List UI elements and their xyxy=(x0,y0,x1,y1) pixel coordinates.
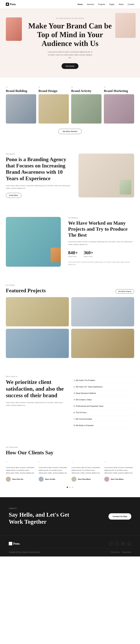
nav-logo[interactable]: Pono. xyxy=(6,3,16,6)
testi-author-1: Shen Phat Jhe xyxy=(6,477,36,482)
service-title-1: Brand Building xyxy=(6,89,36,93)
hero-deco-right xyxy=(115,13,136,38)
who-headline: Pono is a Branding Agency that Focuses o… xyxy=(6,156,73,182)
stat-clients-number: 360+ xyxy=(84,250,93,256)
testi-name-1: Shen Phat Jhe xyxy=(12,478,23,480)
navbar: Pono. Home Services Projects Pages About… xyxy=(0,0,140,9)
nav-projects[interactable]: Projects xyxy=(98,3,105,6)
service-title-3: Brand Activity xyxy=(71,89,101,93)
why-item-1: 1. We Solve The Problem xyxy=(74,377,134,384)
testimonials-grid: " Lorem ipsum dolor sit amet, consectetu… xyxy=(6,461,134,482)
footer-bottom: Copyrights @ Pono. Design by Rocketoy St… xyxy=(9,548,131,553)
who-cta-button[interactable]: Know More xyxy=(6,193,21,198)
service-number-2: 02. xyxy=(39,86,69,88)
testimonials-tag: Our Testimonials xyxy=(6,446,134,448)
testi-author-3: Shen Phat Mhien xyxy=(71,477,101,482)
footer-top: Pono. f t in g xyxy=(9,542,131,546)
testi-name-3: Shen Phat Mhien xyxy=(78,478,91,480)
portfolio-item-3[interactable] xyxy=(6,329,69,358)
testi-quote-2: " xyxy=(39,461,69,465)
why-item-3-label: 3. Deep Research Method xyxy=(74,392,96,394)
portfolio-item-1[interactable] xyxy=(6,297,69,326)
portfolio-header: Our Portfolio Featured Projects See More… xyxy=(6,284,134,294)
why-item-5-label: 5. Professional and Expertise Team xyxy=(74,405,103,407)
who-we-are-section: Why We Are Pono is a Branding Agency tha… xyxy=(0,143,140,208)
who-image xyxy=(78,154,134,198)
testi-card-1: " Lorem ipsum dolor sit amet, consectetu… xyxy=(6,461,36,482)
testimonials-headline: How Our Clients Say xyxy=(6,450,134,456)
testi-author-4: Shen Thar Mhien xyxy=(104,477,134,482)
testimonial-dots xyxy=(6,486,134,488)
footer: Pono. f t in g Copyrights @ Pono. Design… xyxy=(0,536,140,556)
portfolio-item-4[interactable] xyxy=(71,329,134,358)
why-choose-section: Why Choose Us We prioritize client satis… xyxy=(0,367,140,438)
footer-socials: f t in g xyxy=(109,542,131,546)
svg-point-1 xyxy=(7,4,8,5)
testi-card-4: " Lorem ipsum dolor sit amet, consectetu… xyxy=(104,461,134,482)
portfolio-img-1 xyxy=(6,297,69,326)
cta-button[interactable]: Contact Us Now xyxy=(109,513,131,520)
service-img-1 xyxy=(6,94,36,124)
testi-card-2: " Lorem ipsum dolor sit amet, consectetu… xyxy=(39,461,69,482)
see-more-services-button[interactable]: See More Services xyxy=(58,129,81,134)
portfolio-section: Our Portfolio Featured Projects See More… xyxy=(0,276,140,367)
footer-logo: Pono. xyxy=(9,542,20,545)
social-twitter[interactable]: t xyxy=(115,542,119,546)
footer-privacy-link[interactable]: Privacy Policy xyxy=(122,551,131,553)
dot-1[interactable] xyxy=(67,487,68,488)
portfolio-headline: Featured Projects xyxy=(6,288,46,294)
social-facebook[interactable]: f xyxy=(109,542,113,546)
cta-tag: Contact Us xyxy=(9,508,82,509)
milestone-extra: Lorem ipsum dolor sit amet, consectetur … xyxy=(68,261,134,266)
portfolio-img-2 xyxy=(71,297,134,326)
portfolio-titles: Our Portfolio Featured Projects xyxy=(6,284,46,294)
why-item-6: 6. The Fit Price xyxy=(74,410,134,416)
testi-avatar-3 xyxy=(71,477,76,482)
hero-section: Our Step Solution for Your Brand Make Yo… xyxy=(0,9,140,78)
milestone-tag: Our Milestone xyxy=(68,217,134,219)
testi-text-3: Lorem ipsum dolor sit amet, consectetur … xyxy=(71,466,101,474)
services-section: 01. Brand Building 02. Brand Design 03. … xyxy=(0,78,140,143)
nav-pages[interactable]: Pages xyxy=(109,3,115,6)
hero-cta-button[interactable]: Get Quote xyxy=(62,63,78,69)
testi-name-4: Shen Thar Mhien xyxy=(111,478,124,480)
service-img-4 xyxy=(104,94,134,124)
stat-projects-label: Project Done xyxy=(68,256,78,257)
see-more-projects-button[interactable]: See More Projects xyxy=(116,289,134,294)
portfolio-item-2[interactable] xyxy=(71,297,134,326)
logo-icon xyxy=(6,3,9,6)
cta-content: Contact Us Say Hello, and Let's Get Work… xyxy=(9,508,82,525)
why-item-2: 2. We Have 10+ Years Experience xyxy=(74,384,134,390)
logo-text: Pono. xyxy=(10,3,16,6)
footer-logo-text: Pono. xyxy=(13,542,20,545)
portfolio-grid xyxy=(6,297,134,358)
nav-about[interactable]: About xyxy=(119,3,124,6)
why-description: Lorem ipsum dolor sit amet, consectetur … xyxy=(6,401,66,406)
footer-terms-link[interactable]: Terms of use xyxy=(111,551,119,553)
services-grid: 01. Brand Building 02. Brand Design 03. … xyxy=(6,86,134,124)
why-item-7: 7. We Communicated xyxy=(74,416,134,422)
social-google[interactable]: g xyxy=(127,542,131,546)
footer-links: Terms of use Privacy Policy xyxy=(111,551,131,553)
why-item-6-label: 6. The Fit Price xyxy=(74,412,86,414)
nav-home[interactable]: Home xyxy=(77,3,83,6)
who-tag: Why We Are xyxy=(6,153,73,155)
why-item-1-label: 1. We Solve The Problem xyxy=(74,379,95,382)
stats-row: 840+ Project Done 360+ Happy Clients xyxy=(68,250,134,257)
cta-headline: Say Hello, and Let's Get Work Together xyxy=(9,511,82,525)
who-description: Lorem ipsum dolor sit amet, consectetur … xyxy=(6,184,73,190)
milestone-description: Lorem ipsum dolor sit amet, consectetur … xyxy=(68,240,134,246)
why-item-8: 8. We Build a Character xyxy=(74,422,134,429)
dot-2[interactable] xyxy=(70,487,70,488)
testi-quote-3: " xyxy=(71,461,101,465)
testimonials-section: Our Testimonials How Our Clients Say " L… xyxy=(0,438,140,497)
nav-services[interactable]: Services xyxy=(87,3,94,6)
social-linkedin[interactable]: in xyxy=(121,542,125,546)
why-right: 1. We Solve The Problem 2. We Have 10+ Y… xyxy=(74,376,134,429)
dot-3[interactable] xyxy=(72,487,73,488)
nav-contact[interactable]: Contact xyxy=(128,3,134,6)
nav-links: Home Services Projects Pages About Conta… xyxy=(77,3,134,6)
hero-description: Lorem ipsum dolor sit amet, consectetur … xyxy=(47,51,93,59)
why-left: Why Choose Us We prioritize client satis… xyxy=(6,376,66,429)
why-item-7-label: 7. We Communicated xyxy=(74,418,92,420)
